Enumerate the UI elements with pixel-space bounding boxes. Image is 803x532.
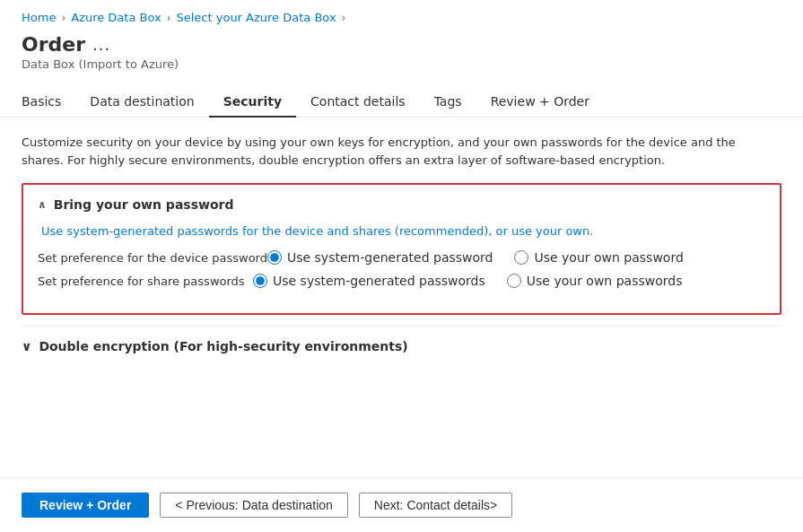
more-icon[interactable]: ... [92,35,110,54]
review-order-button[interactable]: Review + Order [22,493,149,518]
share-own-password-label: Use your own passwords [527,274,683,288]
page-title: Order [22,33,85,56]
breadcrumb-sep-2: › [167,12,171,24]
security-description: Customize security on your device by usi… [22,134,757,169]
bring-password-hint: Use system-generated passwords for the d… [38,224,765,238]
share-own-password-option[interactable]: Use your own passwords [507,274,683,288]
device-password-options: Use system-generated password Use your o… [267,250,684,265]
bring-password-panel: ∧ Bring your own password Use system-gen… [22,183,781,315]
breadcrumb-select[interactable]: Select your Azure Data Box [177,11,336,24]
device-own-password-label: Use your own password [534,250,683,265]
share-password-row: Set preference for share passwords Use s… [38,274,765,288]
bring-password-body: Use system-generated passwords for the d… [23,224,780,313]
tab-review-order[interactable]: Review + Order [476,87,604,118]
double-encryption-title: Double encryption (For high-security env… [39,339,407,353]
breadcrumb-home[interactable]: Home [22,11,56,24]
breadcrumb-sep-3: › [342,12,346,24]
device-password-label: Set preference for the device password [38,251,267,265]
double-encryption-section: ∨ Double encryption (For high-security e… [22,326,781,366]
tab-data-destination[interactable]: Data destination [75,87,208,118]
share-system-generated-label: Use system-generated passwords [273,274,485,288]
footer: Review + Order < Previous: Data destinat… [0,477,803,532]
device-system-generated-label: Use system-generated password [287,250,493,265]
main-content: Customize security on your device by usi… [0,118,803,477]
tab-security[interactable]: Security [209,87,296,118]
page-wrapper: Home › Azure Data Box › Select your Azur… [0,0,803,532]
share-system-generated-option[interactable]: Use system-generated passwords [253,274,485,288]
page-header: Order ... Data Box (Import to Azure) [0,30,803,71]
bring-password-title: Bring your own password [54,197,234,212]
previous-button[interactable]: < Previous: Data destination [160,493,348,518]
next-button[interactable]: Next: Contact details> [359,493,512,518]
tabs-bar: Basics Data destination Security Contact… [0,71,803,118]
bring-password-header[interactable]: ∧ Bring your own password [23,185,780,224]
device-system-generated-radio[interactable] [267,250,282,265]
breadcrumb: Home › Azure Data Box › Select your Azur… [0,0,803,30]
share-own-password-radio[interactable] [507,274,521,288]
double-encryption-header[interactable]: ∨ Double encryption (For high-security e… [22,327,781,366]
share-password-options: Use system-generated passwords Use your … [253,274,682,288]
share-system-generated-radio[interactable] [253,274,267,288]
tab-basics[interactable]: Basics [22,87,75,118]
device-password-row: Set preference for the device password U… [38,250,765,265]
device-own-password-radio[interactable] [514,250,528,265]
share-password-label: Set preference for share passwords [38,275,253,288]
double-encryption-chevron-icon: ∨ [22,339,31,353]
bring-password-chevron-icon: ∧ [38,198,47,211]
breadcrumb-azure-data-box[interactable]: Azure Data Box [71,11,161,24]
tab-tags[interactable]: Tags [420,87,476,118]
breadcrumb-sep-1: › [61,12,65,24]
page-subtitle: Data Box (Import to Azure) [22,57,781,71]
device-own-password-option[interactable]: Use your own password [514,250,683,265]
tab-contact-details[interactable]: Contact details [296,87,420,118]
device-system-generated-option[interactable]: Use system-generated password [267,250,493,265]
